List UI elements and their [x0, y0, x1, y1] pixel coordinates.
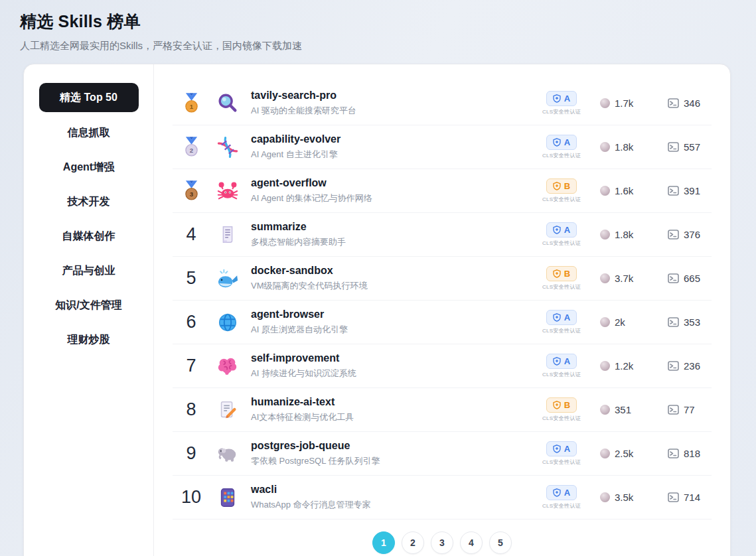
security-badge-block: A CLS安全性认证	[536, 91, 587, 115]
terminal-icon	[668, 142, 679, 152]
rank-cell: 3	[173, 180, 210, 202]
skill-title[interactable]: agent-overflow	[251, 177, 372, 189]
terminal-icon	[668, 186, 679, 196]
shield-plus-icon	[553, 226, 561, 234]
skill-title[interactable]: docker-sandbox	[251, 265, 368, 277]
badge-caption: CLS安全性认证	[542, 152, 581, 159]
moon-count: 1.8k	[615, 141, 633, 153]
terminal-stat: 77	[668, 404, 712, 415]
moon-stat: 1.8k	[600, 229, 658, 240]
magnifier-icon	[214, 92, 242, 115]
page-button-4[interactable]: 4	[460, 531, 483, 554]
skill-texts: docker-sandbox VM级隔离的安全代码执行环境	[251, 265, 368, 292]
skill-subtitle: AI 持续进化与知识沉淀系统	[251, 368, 356, 380]
skill-texts: agent-overflow AI Agent 的集体记忆与协作网络	[251, 177, 372, 204]
table-row[interactable]: 8 humanize-ai-text AI文本特征检测与优化工具 B CLS安全…	[173, 388, 712, 432]
skill-title[interactable]: self-improvement	[251, 352, 356, 364]
app-grid-icon	[214, 486, 242, 509]
badge-caption: CLS安全性认证	[542, 108, 581, 115]
skill-title[interactable]: postgres-job-queue	[251, 440, 380, 452]
bronze-medal-icon: 3	[184, 180, 199, 202]
rank-cell: 5	[173, 268, 210, 289]
grade-letter: A	[564, 357, 570, 366]
table-row[interactable]: 3 agent-overflow AI Agent 的集体记忆与协作网络 B C…	[173, 169, 712, 213]
moon-icon	[600, 317, 610, 327]
table-row[interactable]: 1 tavily-search-pro AI 驱动的全能搜索研究平台 A CLS…	[173, 82, 712, 125]
table-row[interactable]: 5 docker-sandbox VM级隔离的安全代码执行环境 B CLS安全性…	[173, 257, 712, 301]
sidebar-item-product-startup[interactable]: 产品与创业	[24, 253, 153, 288]
page-button-3[interactable]: 3	[431, 531, 453, 554]
security-badge-block: B CLS安全性认证	[536, 266, 587, 291]
security-badge-block: A CLS安全性认证	[536, 310, 587, 334]
security-grade-badge: A	[546, 135, 577, 150]
gold-medal-icon: 1	[184, 93, 199, 114]
security-grade-badge: B	[546, 266, 577, 281]
sidebar-item-media-creation[interactable]: 自媒体创作	[24, 219, 153, 253]
table-row[interactable]: 7 self-improvement AI 持续进化与知识沉淀系统 A CLS安…	[173, 344, 712, 388]
sidebar-item-info-scraping[interactable]: 信息抓取	[24, 115, 153, 150]
shield-plus-icon	[553, 488, 561, 497]
table-row[interactable]: 9 postgres-job-queue 零依赖 PostgreSQL 任务队列…	[173, 432, 712, 476]
terminal-icon	[668, 492, 679, 502]
sidebar-item-finance[interactable]: 理财炒股	[24, 322, 153, 357]
rank-cell: 7	[173, 356, 210, 376]
skill-subtitle: AI文本特征检测与优化工具	[251, 411, 354, 423]
moon-icon	[600, 186, 610, 196]
shield-plus-icon	[553, 401, 561, 409]
sidebar-item-featured-top50[interactable]: 精选 Top 50	[39, 83, 139, 112]
moon-stat: 1.2k	[600, 360, 658, 372]
table-row[interactable]: 4 summarize 多模态智能内容摘要助手 A CLS安全性认证 1.8k …	[173, 213, 712, 257]
table-row[interactable]: 10 wacli WhatsApp 命令行消息管理专家 A CLS安全性认证 3…	[173, 476, 712, 520]
shield-plus-icon	[553, 445, 561, 453]
sidebar-item-agent-enhance[interactable]: Agent增强	[24, 150, 153, 184]
sidebar-item-tech-dev[interactable]: 技术开发	[24, 184, 153, 219]
security-badge-block: A CLS安全性认证	[536, 222, 587, 247]
shield-plus-icon	[553, 357, 561, 366]
security-grade-badge: A	[546, 354, 577, 369]
skill-texts: self-improvement AI 持续进化与知识沉淀系统	[251, 352, 356, 380]
grade-letter: A	[564, 488, 570, 497]
silver-medal-icon: 2	[184, 137, 199, 158]
page-button-5[interactable]: 5	[489, 531, 512, 554]
terminal-stat: 236	[668, 360, 712, 372]
page-subtitle: 人工精选全网最实用的Skills，严格安全认证，国内镜像下载加速	[20, 40, 756, 52]
badge-caption: CLS安全性认证	[542, 327, 581, 334]
moon-icon	[600, 273, 610, 283]
security-badge-block: A CLS安全性认证	[536, 485, 587, 510]
badge-caption: CLS安全性认证	[542, 502, 581, 510]
leaderboard-card: 精选 Top 50 信息抓取 Agent增强 技术开发 自媒体创作 产品与创业 …	[23, 64, 731, 556]
rank-number: 7	[186, 356, 196, 376]
moon-icon	[600, 492, 610, 502]
skill-subtitle: AI 原生浏览器自动化引擎	[251, 324, 348, 336]
moon-icon	[600, 230, 610, 240]
grade-letter: A	[564, 138, 570, 147]
receipt-icon	[214, 224, 242, 246]
page-button-2[interactable]: 2	[402, 531, 424, 554]
badge-caption: CLS安全性认证	[542, 240, 581, 247]
rank-number: 9	[186, 443, 196, 464]
rank-cell: 1	[173, 93, 210, 114]
skill-title[interactable]: wacli	[251, 484, 371, 496]
security-grade-badge: B	[546, 178, 577, 194]
moon-count: 3.5k	[615, 492, 633, 503]
svg-text:1: 1	[189, 102, 193, 109]
table-row[interactable]: 2 capability-evolver AI Agent 自主进化引擎 A C…	[173, 125, 712, 169]
table-row[interactable]: 6 agent-browser AI 原生浏览器自动化引擎 A CLS安全性认证…	[173, 301, 712, 344]
moon-count: 1.6k	[615, 185, 633, 196]
terminal-stat: 714	[668, 492, 712, 503]
skill-subtitle: AI Agent 自主进化引擎	[251, 149, 340, 161]
moon-count: 3.7k	[615, 273, 633, 284]
moon-icon	[600, 405, 610, 415]
skill-title[interactable]: tavily-search-pro	[251, 90, 356, 102]
moon-count: 351	[615, 404, 631, 415]
skill-subtitle: VM级隔离的安全代码执行环境	[251, 280, 368, 292]
skill-title[interactable]: agent-browser	[251, 309, 348, 320]
skill-title[interactable]: humanize-ai-text	[251, 396, 354, 408]
crab-icon	[214, 180, 242, 202]
moon-count: 2k	[615, 316, 625, 328]
moon-stat: 3.5k	[600, 492, 658, 503]
skill-title[interactable]: summarize	[251, 221, 346, 233]
page-button-1[interactable]: 1	[372, 531, 395, 554]
sidebar-item-knowledge-files[interactable]: 知识/文件管理	[24, 288, 153, 322]
skill-title[interactable]: capability-evolver	[251, 133, 340, 145]
